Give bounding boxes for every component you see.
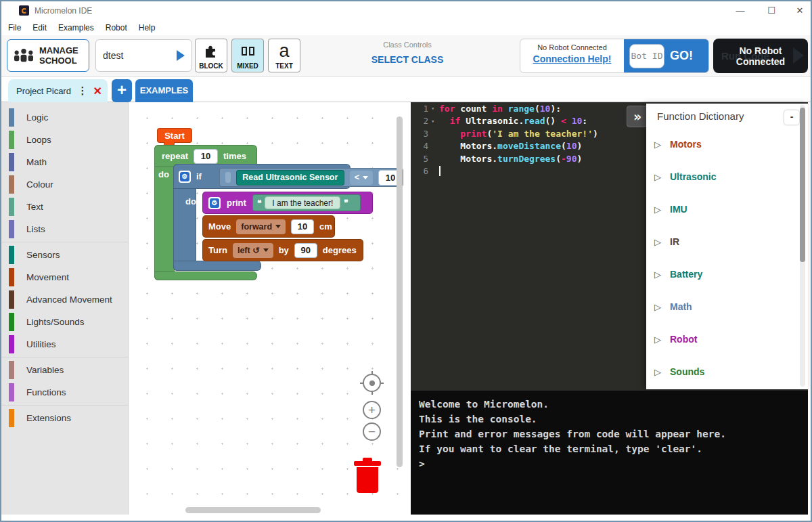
block-comparison[interactable]: Read Ultrasonic Sensor < 10 — [219, 168, 403, 187]
category-color-bar — [9, 198, 14, 216]
expand-triangle-icon[interactable]: ▷ — [654, 302, 661, 312]
console-panel[interactable]: Welcome to Micromelon.This is the consol… — [411, 391, 808, 515]
menu-item-help[interactable]: Help — [139, 23, 156, 32]
comparator-dropdown[interactable]: < — [350, 171, 373, 185]
dictionary-item-ir[interactable]: ▷IR — [654, 236, 679, 247]
canvas-vertical-scrollbar[interactable] — [397, 116, 403, 467]
expand-triangle-icon[interactable]: ▷ — [654, 237, 661, 247]
repeat-do-label: do — [158, 167, 175, 181]
toolbox-category-functions[interactable]: Functions — [1, 381, 128, 404]
maximize-button[interactable]: ☐ — [762, 3, 781, 19]
block-read-ultrasonic[interactable]: Read Ultrasonic Sensor — [236, 170, 344, 186]
block-start[interactable]: Start — [157, 128, 192, 143]
turn-degrees-input[interactable]: 90 — [294, 243, 317, 258]
function-dictionary-panel: Function Dictionary - ▷Motors▷Ultrasonic… — [646, 104, 808, 389]
expand-triangle-icon[interactable]: ▷ — [654, 334, 661, 345]
dictionary-item-robot[interactable]: ▷Robot — [654, 334, 697, 345]
move-direction-dropdown[interactable]: forward — [236, 219, 286, 234]
category-color-bar — [9, 313, 14, 331]
dictionary-item-label: Sounds — [670, 366, 704, 377]
dictionary-item-battery[interactable]: ▷Battery — [654, 269, 702, 280]
trash-icon[interactable] — [354, 458, 381, 493]
toolbox-category-advanced-movement[interactable]: Advanced Movement — [1, 288, 128, 311]
toolbox-category-sensors[interactable]: Sensors — [1, 244, 128, 266]
move-distance-input[interactable]: 10 — [291, 219, 314, 234]
dictionary-minimize-button[interactable]: - — [784, 110, 799, 125]
category-color-bar — [9, 175, 14, 194]
start-label: Start — [164, 131, 185, 141]
toolbox-category-text[interactable]: Text — [1, 196, 128, 218]
category-label: Logic — [26, 112, 48, 123]
tab-project-picard[interactable]: Project Picard ⋮ ✕ — [8, 79, 108, 102]
dictionary-item-math[interactable]: ▷Math — [654, 301, 692, 312]
block-if-foot[interactable] — [173, 261, 261, 271]
tab-menu-icon[interactable]: ⋮ — [78, 85, 88, 97]
manage-school-label-2: SCHOOL — [39, 56, 78, 66]
toolbox-category-lists[interactable]: Lists — [1, 218, 128, 240]
title-bar: Micromelon IDE — ☐ ✕ — [1, 1, 811, 20]
bot-id-input[interactable] — [629, 44, 664, 68]
manage-school-button[interactable]: MANAGE SCHOOL — [7, 39, 89, 72]
expand-triangle-icon[interactable]: ▷ — [654, 139, 661, 150]
minimize-button[interactable]: — — [731, 3, 750, 19]
zoom-out-button[interactable]: − — [363, 422, 381, 441]
mutator-gear-icon[interactable]: ⚙ — [208, 197, 221, 209]
block-canvas[interactable]: Start repeat 10 times do ⚙ if Read Ultra… — [129, 102, 408, 515]
mutator-gear-icon[interactable]: ⚙ — [179, 171, 191, 183]
select-class-button[interactable]: SELECT CLASS — [343, 54, 472, 65]
string-input[interactable]: I am the teacher! — [265, 196, 340, 209]
expand-triangle-icon[interactable]: ▷ — [654, 204, 661, 215]
close-button[interactable]: ✕ — [790, 3, 809, 19]
examples-button[interactable]: EXAMPLES — [135, 79, 193, 102]
go-button[interactable]: GO! — [670, 49, 693, 63]
block-print[interactable]: ⚙ print ❝ I am the teacher! ❞ — [202, 192, 373, 214]
connection-status: No Robot Connected — [520, 43, 624, 51]
mode-block-button[interactable]: BLOCK — [195, 39, 227, 72]
toolbox-category-extensions[interactable]: Extensions — [1, 407, 128, 429]
run-code-button[interactable]: Run Code No Robot Connected — [713, 39, 808, 73]
toolbox-category-movement[interactable]: Movement — [1, 266, 128, 288]
console-prompt[interactable]: > — [419, 456, 800, 471]
dictionary-item-ultrasonic[interactable]: ▷Ultrasonic — [654, 171, 716, 182]
toolbox-category-variables[interactable]: Variables — [1, 359, 128, 381]
project-select-dropdown[interactable]: dtest — [95, 39, 192, 72]
repeat-count-input[interactable]: 10 — [194, 149, 218, 164]
dictionary-item-sounds[interactable]: ▷Sounds — [654, 366, 704, 377]
mode-text-button[interactable]: a TEXT — [268, 39, 300, 72]
fold-caret-icon[interactable]: ▾ — [431, 118, 439, 125]
connection-help-link[interactable]: Connection Help! — [520, 53, 624, 64]
dictionary-item-motors[interactable]: ▷Motors — [654, 139, 702, 150]
toolbox-category-loops[interactable]: Loops — [1, 129, 128, 151]
toolbox-category-logic[interactable]: Logic — [1, 106, 128, 129]
block-turn[interactable]: Turn left ↺ by 90 degrees — [202, 239, 363, 261]
expand-triangle-icon[interactable]: ▷ — [654, 172, 661, 182]
add-tab-button[interactable]: + — [112, 79, 132, 102]
line-number: 1 — [411, 104, 431, 114]
expand-triangle-icon[interactable]: ▷ — [654, 367, 661, 377]
block-move[interactable]: Move forward 10 cm — [202, 215, 335, 238]
toolbox-category-colour[interactable]: Colour — [1, 173, 128, 196]
category-label: Math — [26, 157, 47, 167]
turn-direction-dropdown[interactable]: left ↺ — [233, 243, 273, 258]
toolbox-category-utilities[interactable]: Utilities — [1, 333, 128, 355]
toolbox-category-lights-sounds[interactable]: Lights/Sounds — [1, 311, 128, 333]
tab-close-icon[interactable]: ✕ — [93, 85, 102, 97]
editor-expand-button[interactable]: » — [627, 106, 648, 127]
dictionary-item-imu[interactable]: ▷IMU — [654, 204, 687, 215]
menu-item-file[interactable]: File — [8, 23, 21, 32]
menu-item-edit[interactable]: Edit — [32, 23, 47, 32]
block-string[interactable]: ❝ I am the teacher! ❞ — [252, 194, 361, 211]
category-label: Text — [26, 202, 43, 212]
block-repeat-foot[interactable] — [154, 271, 257, 280]
canvas-horizontal-scrollbar[interactable] — [185, 507, 321, 513]
expand-triangle-icon[interactable]: ▷ — [654, 269, 661, 280]
dictionary-scrollbar[interactable] — [800, 105, 805, 387]
recenter-button[interactable] — [363, 374, 381, 392]
mode-mixed-button[interactable]: MIXED — [231, 39, 264, 72]
zoom-in-button[interactable]: + — [363, 401, 381, 419]
toolbox-category-math[interactable]: Math — [1, 151, 128, 173]
line-number: 2 — [411, 116, 431, 126]
menu-item-examples[interactable]: Examples — [58, 23, 94, 32]
menu-item-robot[interactable]: Robot — [106, 23, 127, 32]
fold-caret-icon[interactable]: ▾ — [431, 105, 439, 112]
